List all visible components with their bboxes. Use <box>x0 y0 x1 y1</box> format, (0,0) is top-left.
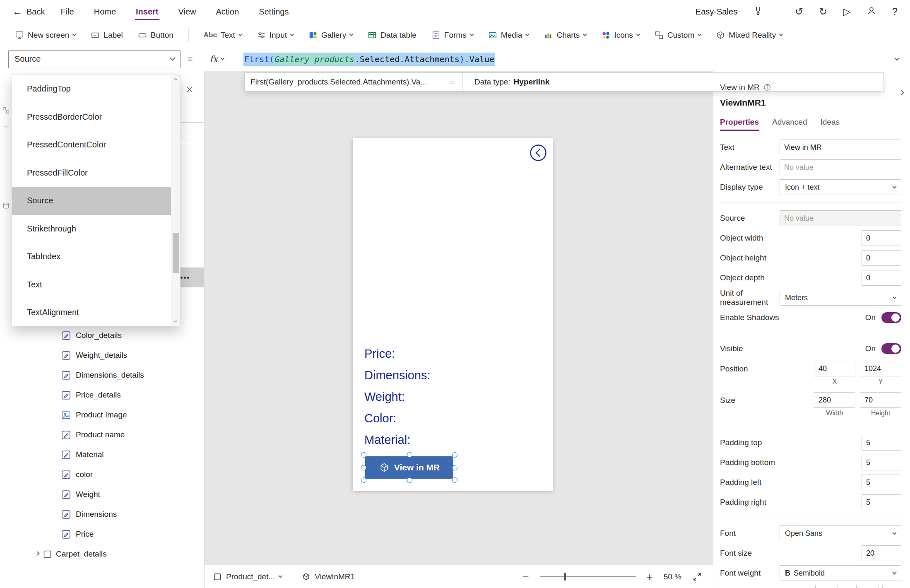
ribbon-charts[interactable]: Charts <box>544 31 586 40</box>
tree-item-product-name[interactable]: Product name <box>0 425 204 445</box>
selection-handle[interactable] <box>452 465 457 470</box>
back-button[interactable]: ← Back <box>12 7 45 17</box>
tree-item-color-details[interactable]: Color_details <box>0 325 204 345</box>
ribbon-mixed-reality[interactable]: Mixed Reality <box>716 31 782 40</box>
material-label[interactable]: Material: <box>364 429 431 451</box>
ribbon-media[interactable]: Media <box>488 31 529 40</box>
formula-bar-expand-button[interactable] <box>884 58 910 60</box>
dropdown-item-pressedbordercolor[interactable]: PressedBorderColor <box>12 103 171 131</box>
ribbon-new-screen[interactable]: New screen <box>15 31 76 40</box>
dropdown-item-strikethrough[interactable]: Strikethrough <box>12 215 171 243</box>
weight-label[interactable]: Weight: <box>364 386 431 407</box>
fullscreen-icon[interactable] <box>692 572 702 582</box>
font-weight-select[interactable]: B Semibold <box>780 565 901 581</box>
font-select[interactable]: Open Sans <box>780 525 901 541</box>
alt-text-property-input[interactable] <box>780 159 901 175</box>
selection-handle[interactable] <box>361 452 366 458</box>
ribbon-data-table[interactable]: Data table <box>368 31 416 40</box>
phone-screen[interactable]: Price: Dimensions: Weight: Color: Materi… <box>353 138 553 491</box>
menu-home[interactable]: Home <box>92 0 118 23</box>
dropdown-item-paddingtop[interactable]: PaddingTop <box>12 75 171 103</box>
position-x-input[interactable] <box>814 361 855 376</box>
zoom-in-icon[interactable]: + <box>647 571 653 582</box>
tab-properties[interactable]: Properties <box>720 118 759 131</box>
tab-advanced[interactable]: Advanced <box>772 118 807 131</box>
menu-settings[interactable]: Settings <box>257 0 290 23</box>
menu-view[interactable]: View <box>177 0 198 23</box>
tree-item-dimensions-details[interactable]: Dimensions_details <box>0 365 204 385</box>
zoom-out-icon[interactable]: − <box>522 571 529 582</box>
align-right-icon[interactable] <box>860 585 879 588</box>
object-height-input[interactable] <box>862 250 901 266</box>
dropdown-item-textalignment[interactable]: TextAlignment <box>12 299 171 327</box>
ribbon-button-control[interactable]: Button <box>138 31 173 40</box>
color-label[interactable]: Color: <box>364 407 431 429</box>
help-icon[interactable]: ? <box>892 7 898 17</box>
scroll-up-icon[interactable] <box>173 77 178 82</box>
dropdown-item-tabindex[interactable]: TabIndex <box>12 243 171 271</box>
tree-item-color[interactable]: color <box>0 465 204 484</box>
size-height-input[interactable] <box>860 392 901 408</box>
dropdown-item-source[interactable]: Source <box>12 187 171 215</box>
profile-icon[interactable] <box>867 6 876 17</box>
position-y-input[interactable] <box>860 361 901 376</box>
tab-ideas[interactable]: Ideas <box>821 118 840 131</box>
screen-selector[interactable]: Product_det... <box>213 572 282 581</box>
property-selector[interactable]: Source <box>8 50 181 68</box>
chevron-right-icon[interactable] <box>36 551 40 555</box>
align-center-icon[interactable] <box>838 585 857 588</box>
visible-toggle[interactable] <box>881 343 901 354</box>
insert-rail-icon[interactable] <box>2 123 10 130</box>
size-width-input[interactable] <box>814 392 855 408</box>
align-left-icon[interactable] <box>815 585 834 588</box>
zoom-slider-thumb[interactable] <box>564 573 566 581</box>
enable-shadows-toggle[interactable] <box>881 312 901 323</box>
design-canvas[interactable]: Price: Dimensions: Weight: Color: Materi… <box>205 71 713 565</box>
padding-left-input[interactable] <box>862 475 901 490</box>
fx-dropdown[interactable]: fx <box>200 47 234 71</box>
ribbon-forms[interactable]: Forms <box>431 31 473 40</box>
panel-collapse-icon[interactable] <box>900 89 903 96</box>
back-circle-icon[interactable] <box>529 144 547 162</box>
menu-insert[interactable]: Insert <box>134 0 160 23</box>
tree-item-weight[interactable]: Weight <box>0 484 204 504</box>
tree-item-price[interactable]: Price <box>0 524 204 544</box>
tree-item-price-details[interactable]: Price_details <box>0 385 204 405</box>
dropdown-item-text[interactable]: Text <box>12 271 171 299</box>
padding-bottom-input[interactable] <box>862 455 901 470</box>
play-icon[interactable]: ▷ <box>843 7 850 17</box>
selection-handle[interactable] <box>361 465 366 470</box>
tree-item-dimensions[interactable]: Dimensions <box>0 504 204 524</box>
align-justify-icon[interactable] <box>882 585 901 588</box>
selection-handle[interactable] <box>452 452 457 458</box>
dropdown-scrollbar[interactable] <box>171 75 180 326</box>
source-property-input[interactable] <box>780 210 901 226</box>
font-size-input[interactable] <box>862 545 901 561</box>
selection-handle[interactable] <box>452 477 457 483</box>
scrollbar-thumb[interactable] <box>173 233 179 273</box>
unit-select[interactable]: Meters <box>780 290 901 306</box>
zoom-slider[interactable] <box>540 576 636 577</box>
ribbon-text[interactable]: Abc Text <box>204 31 242 40</box>
tree-item-product-image[interactable]: Product Image <box>0 405 204 425</box>
selection-handle[interactable] <box>361 477 366 483</box>
tree-view-rail-icon[interactable] <box>2 107 10 114</box>
app-checker-icon[interactable] <box>753 6 763 17</box>
dropdown-item-pressedfillcolor[interactable]: PressedFillColor <box>12 159 171 187</box>
scroll-down-icon[interactable] <box>173 319 178 323</box>
view-in-mr-button[interactable]: View in MR <box>365 456 453 479</box>
ribbon-custom[interactable]: Custom <box>655 31 701 40</box>
tree-item-carpet-details[interactable]: Carpet_details <box>0 544 204 564</box>
ribbon-input[interactable]: Input <box>257 31 294 40</box>
padding-right-input[interactable] <box>862 494 901 510</box>
price-label[interactable]: Price: <box>364 343 431 364</box>
data-rail-icon[interactable] <box>2 202 10 209</box>
dimensions-label[interactable]: Dimensions: <box>364 364 431 386</box>
object-depth-input[interactable] <box>862 270 901 286</box>
selected-control-indicator[interactable]: ViewInMR1 <box>302 572 355 581</box>
redo-icon[interactable]: ↻ <box>819 7 827 17</box>
selection-handle[interactable] <box>407 452 412 458</box>
menu-file[interactable]: File <box>59 0 75 23</box>
selection-handle[interactable] <box>407 477 412 483</box>
ribbon-gallery[interactable]: Gallery <box>308 31 353 40</box>
